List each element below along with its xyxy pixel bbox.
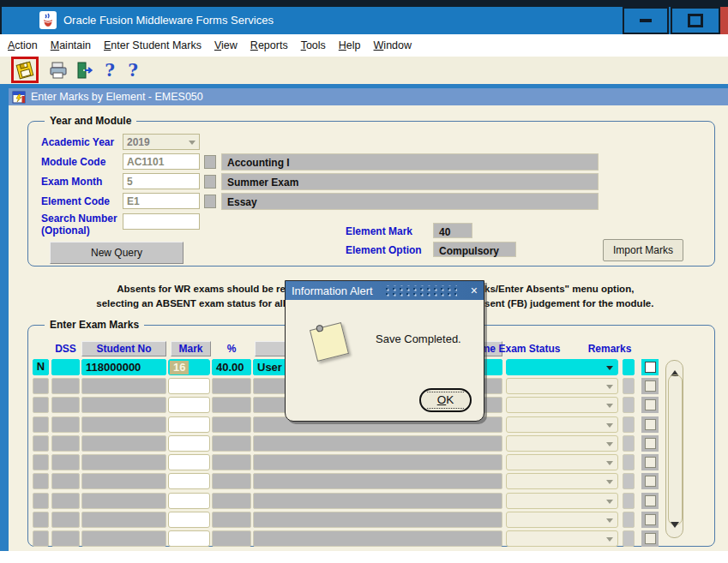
close-button[interactable] [720, 7, 728, 34]
ok-button-label: OK [427, 392, 464, 409]
save-icon [15, 60, 35, 81]
dss-cell[interactable] [51, 435, 80, 452]
dialog-close-icon[interactable]: × [471, 284, 478, 297]
dss-cell[interactable] [51, 454, 80, 470]
remark-button[interactable] [623, 378, 635, 394]
search-number-input[interactable] [123, 213, 200, 230]
student-no-cell[interactable] [81, 473, 166, 489]
remark-button[interactable] [623, 435, 635, 452]
scrollbar-thumb[interactable] [668, 374, 683, 525]
mark-input[interactable] [168, 435, 210, 452]
ok-button[interactable]: OK [419, 388, 472, 412]
dss-cell[interactable] [51, 530, 80, 547]
remark-button[interactable] [623, 512, 635, 528]
help-button-2[interactable]: ? [121, 58, 145, 82]
exam-status-select[interactable] [506, 397, 618, 413]
grid-scrollbar[interactable] [665, 360, 683, 538]
remarks-checkbox[interactable] [645, 419, 656, 430]
dss-cell[interactable] [51, 416, 80, 433]
menu-view[interactable]: View [214, 39, 238, 51]
import-marks-button[interactable]: Import Marks [603, 239, 683, 261]
exam-status-select[interactable] [506, 435, 618, 452]
module-code-lov-button[interactable] [204, 155, 216, 169]
remark-button[interactable] [623, 493, 635, 509]
exam-status-select[interactable] [506, 530, 618, 547]
remarks-checkbox[interactable] [645, 533, 656, 544]
exam-status-select[interactable] [506, 378, 618, 394]
mark-input[interactable] [168, 454, 210, 470]
name-cell [253, 512, 502, 528]
remarks-checkbox[interactable] [645, 476, 656, 487]
remarks-checkbox[interactable] [645, 457, 656, 468]
dss-cell[interactable] [51, 473, 80, 489]
mark-input[interactable] [168, 416, 210, 433]
student-no-cell[interactable] [81, 435, 166, 452]
dss-cell[interactable] [51, 512, 80, 528]
record-status-cell: N [33, 359, 49, 375]
menu-help[interactable]: Help [339, 39, 361, 51]
mark-input[interactable] [168, 473, 210, 489]
remarks-checkbox[interactable] [645, 380, 656, 392]
menu-window[interactable]: Window [374, 39, 412, 51]
menu-enter-student-marks[interactable]: Enter Student Marks [104, 39, 202, 51]
remark-button[interactable] [623, 397, 635, 413]
dss-cell[interactable] [51, 359, 80, 375]
exit-button[interactable] [72, 58, 96, 82]
academic-year-select[interactable]: 2019 [123, 134, 200, 150]
remarks-checkbox[interactable] [645, 362, 656, 373]
minimize-button[interactable] [623, 7, 669, 34]
student-no-cell[interactable] [81, 416, 166, 433]
exam-status-select[interactable] [506, 454, 618, 470]
exam-status-select[interactable] [506, 473, 618, 489]
header-mark[interactable]: Mark [171, 341, 211, 356]
mark-input[interactable] [168, 397, 210, 413]
remarks-checkbox[interactable] [645, 495, 656, 506]
menu-tools[interactable]: Tools [301, 39, 326, 51]
help-button[interactable]: ? [98, 58, 122, 82]
student-no-cell[interactable] [81, 454, 166, 470]
element-code-input[interactable]: E1 [123, 193, 200, 209]
mark-input[interactable] [168, 530, 210, 547]
remarks-checkbox[interactable] [645, 399, 656, 410]
student-no-cell[interactable] [81, 530, 166, 547]
student-no-cell[interactable] [81, 378, 166, 394]
remark-button[interactable] [623, 454, 635, 470]
menu-action[interactable]: Action [8, 39, 38, 51]
dss-cell[interactable] [51, 397, 80, 413]
remark-button[interactable] [623, 530, 635, 547]
module-code-input[interactable]: AC1101 [123, 153, 200, 170]
exam-month-lov-button[interactable] [204, 175, 216, 189]
remarks-checkbox[interactable] [645, 514, 656, 525]
menu-maintain[interactable]: Maintain [51, 39, 91, 51]
student-no-cell[interactable] [81, 512, 166, 528]
mark-input[interactable]: 16 [168, 359, 210, 375]
save-button[interactable] [11, 57, 39, 83]
help-icon: ? [128, 60, 138, 81]
student-no-cell[interactable] [81, 397, 166, 413]
exam-status-select[interactable] [506, 493, 618, 509]
remark-button[interactable] [623, 359, 635, 375]
dialog-title-bar[interactable]: Information Alert × [286, 281, 484, 300]
dss-cell[interactable] [51, 493, 80, 509]
mark-input[interactable] [168, 378, 210, 394]
new-query-button[interactable]: New Query [50, 242, 184, 264]
mark-input[interactable] [168, 493, 210, 509]
menu-reports[interactable]: Reports [250, 39, 288, 51]
exam-status-select[interactable] [506, 359, 618, 375]
dss-cell[interactable] [51, 378, 80, 394]
record-status-cell [33, 454, 49, 470]
exam-month-input[interactable]: 5 [123, 173, 200, 189]
scroll-down-icon[interactable] [671, 522, 679, 532]
student-no-cell[interactable] [81, 493, 166, 509]
exam-status-select[interactable] [506, 512, 618, 528]
element-code-lov-button[interactable] [204, 195, 216, 208]
exam-status-select[interactable] [506, 416, 618, 433]
remark-button[interactable] [623, 416, 635, 433]
maximize-button[interactable] [671, 7, 720, 34]
student-no-cell[interactable]: 118000000 [81, 359, 166, 375]
remark-button[interactable] [623, 473, 635, 489]
mark-input[interactable] [168, 512, 210, 528]
header-student-no[interactable]: Student No [81, 341, 166, 356]
remarks-checkbox[interactable] [645, 438, 656, 449]
print-button[interactable] [46, 58, 70, 82]
